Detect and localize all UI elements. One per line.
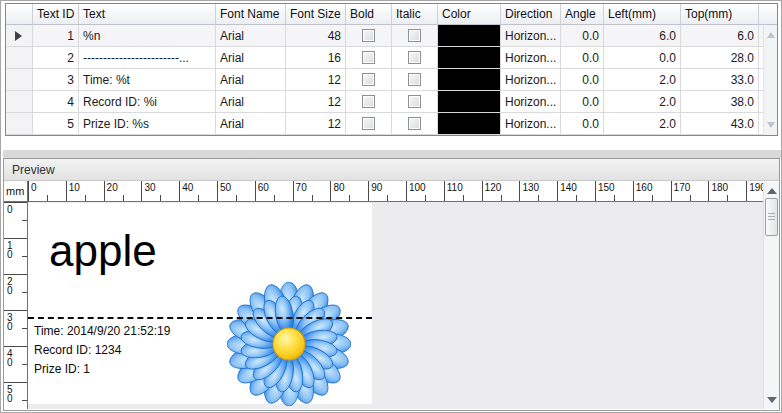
cell-direction[interactable]: Horizon... [501, 91, 561, 112]
scroll-up-icon[interactable] [767, 32, 775, 38]
cell-bold[interactable] [346, 25, 392, 46]
cell-sel[interactable] [6, 47, 33, 68]
bold-checkbox[interactable] [362, 117, 375, 130]
cell-bold[interactable] [346, 113, 392, 134]
cell-angle[interactable]: 0.0 [561, 91, 604, 112]
cell-direction[interactable]: Horizon... [501, 25, 561, 46]
cell-color[interactable] [438, 91, 501, 112]
cell-sel[interactable] [6, 113, 33, 134]
bold-checkbox[interactable] [362, 51, 375, 64]
cell-left[interactable]: 2.0 [604, 69, 681, 90]
column-header-italic[interactable]: Italic [392, 4, 438, 24]
cell-color[interactable] [438, 25, 501, 46]
table-row[interactable]: 3Time: %tArial12Horizon...0.02.033.0 [6, 69, 763, 91]
bold-checkbox[interactable] [362, 95, 375, 108]
column-header-color[interactable]: Color [438, 4, 501, 24]
cell-color[interactable] [438, 47, 501, 68]
column-header-angle[interactable]: Angle [561, 4, 604, 24]
cell-textId[interactable]: 5 [33, 113, 79, 134]
cell-bold[interactable] [346, 69, 392, 90]
cell-italic[interactable] [392, 91, 438, 112]
italic-checkbox[interactable] [408, 117, 421, 130]
column-header-sel[interactable] [6, 4, 33, 24]
cell-textId[interactable]: 3 [33, 69, 79, 90]
cell-color[interactable] [438, 69, 501, 90]
column-header-top[interactable]: Top(mm) [681, 4, 759, 24]
scrollbar-thumb[interactable] [765, 198, 778, 236]
scroll-up-icon[interactable] [767, 188, 777, 194]
cell-textId[interactable]: 2 [33, 47, 79, 68]
cell-bold[interactable] [346, 91, 392, 112]
cell-left[interactable]: 6.0 [604, 25, 681, 46]
cell-fontName[interactable]: Arial [216, 91, 286, 112]
cell-left[interactable]: 0.0 [604, 47, 681, 68]
column-header-left[interactable]: Left(mm) [604, 4, 681, 24]
scroll-down-icon[interactable] [767, 122, 775, 128]
cell-direction[interactable]: Horizon... [501, 113, 561, 134]
cell-italic[interactable] [392, 69, 438, 90]
cell-text[interactable]: Record ID: %i [79, 91, 216, 112]
cell-fontSize[interactable]: 12 [286, 69, 346, 90]
cell-fontName[interactable]: Arial [216, 25, 286, 46]
column-header-direction[interactable]: Direction [501, 4, 561, 24]
italic-checkbox[interactable] [408, 95, 421, 108]
cell-top[interactable]: 43.0 [681, 113, 759, 134]
table-row[interactable]: 4Record ID: %iArial12Horizon...0.02.038.… [6, 91, 763, 113]
italic-checkbox[interactable] [408, 51, 421, 64]
cell-left[interactable]: 2.0 [604, 91, 681, 112]
cell-angle[interactable]: 0.0 [561, 47, 604, 68]
bold-checkbox[interactable] [362, 73, 375, 86]
cell-textId[interactable]: 4 [33, 91, 79, 112]
cell-text[interactable]: %n [79, 25, 216, 46]
color-swatch[interactable] [438, 47, 500, 68]
cell-bold[interactable] [346, 47, 392, 68]
color-swatch[interactable] [438, 91, 500, 112]
cell-sel[interactable] [6, 91, 33, 112]
cell-top[interactable]: 38.0 [681, 91, 759, 112]
grid-vertical-scrollbar[interactable] [763, 25, 777, 135]
color-swatch[interactable] [438, 113, 500, 134]
cell-text[interactable]: Prize ID: %s [79, 113, 216, 134]
preview-vertical-scrollbar[interactable] [763, 182, 779, 409]
table-row[interactable]: 2------------------------...Arial16Horiz… [6, 47, 763, 69]
cell-italic[interactable] [392, 113, 438, 134]
cell-angle[interactable]: 0.0 [561, 69, 604, 90]
cell-fontSize[interactable]: 12 [286, 113, 346, 134]
column-header-text[interactable]: Text [79, 4, 216, 24]
cell-angle[interactable]: 0.0 [561, 25, 604, 46]
cell-top[interactable]: 28.0 [681, 47, 759, 68]
panel-splitter[interactable] [3, 150, 781, 158]
color-swatch[interactable] [438, 25, 500, 46]
cell-color[interactable] [438, 113, 501, 134]
cell-direction[interactable]: Horizon... [501, 47, 561, 68]
cell-fontName[interactable]: Arial [216, 69, 286, 90]
cell-fontName[interactable]: Arial [216, 47, 286, 68]
column-header-bold[interactable]: Bold [346, 4, 392, 24]
cell-fontSize[interactable]: 48 [286, 25, 346, 46]
italic-checkbox[interactable] [408, 73, 421, 86]
column-header-fontName[interactable]: Font Name [216, 4, 286, 24]
italic-checkbox[interactable] [408, 29, 421, 42]
cell-top[interactable]: 6.0 [681, 25, 759, 46]
cell-italic[interactable] [392, 47, 438, 68]
cell-italic[interactable] [392, 25, 438, 46]
column-header-textId[interactable]: Text ID [33, 4, 79, 24]
cell-left[interactable]: 2.0 [604, 113, 681, 134]
table-row[interactable]: 5Prize ID: %sArial12Horizon...0.02.043.0 [6, 113, 763, 135]
scroll-down-icon[interactable] [767, 397, 777, 403]
cell-fontSize[interactable]: 12 [286, 91, 346, 112]
cell-sel[interactable] [6, 69, 33, 90]
column-header-fontSize[interactable]: Font Size [286, 4, 346, 24]
cell-top[interactable]: 33.0 [681, 69, 759, 90]
table-row[interactable]: 1%nArial48Horizon...0.06.06.0 [6, 25, 763, 47]
cell-angle[interactable]: 0.0 [561, 113, 604, 134]
cell-fontSize[interactable]: 16 [286, 47, 346, 68]
color-swatch[interactable] [438, 69, 500, 90]
cell-text[interactable]: ------------------------... [79, 47, 216, 68]
cell-text[interactable]: Time: %t [79, 69, 216, 90]
cell-textId[interactable]: 1 [33, 25, 79, 46]
bold-checkbox[interactable] [362, 29, 375, 42]
cell-direction[interactable]: Horizon... [501, 69, 561, 90]
cell-fontName[interactable]: Arial [216, 113, 286, 134]
cell-sel[interactable] [6, 25, 33, 46]
